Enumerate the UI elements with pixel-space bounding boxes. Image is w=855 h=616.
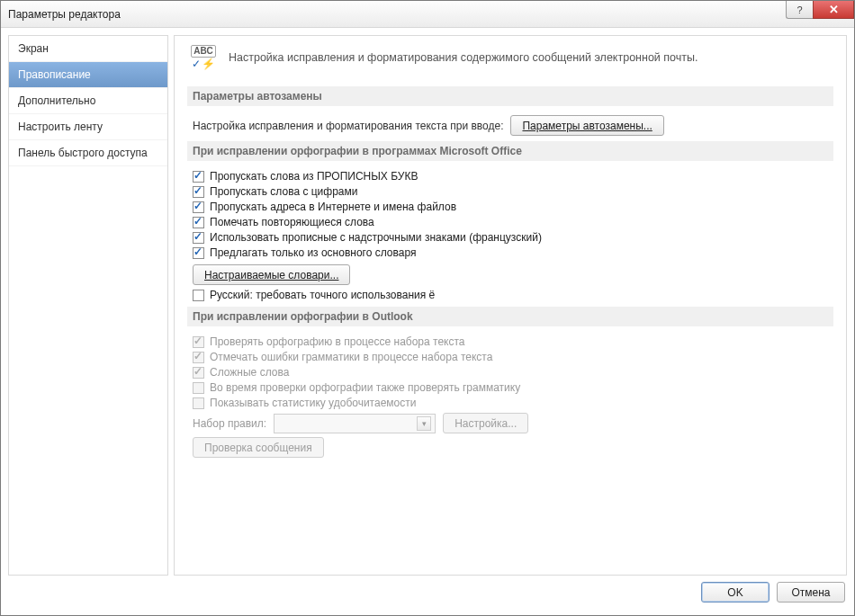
help-icon: ?	[796, 4, 802, 15]
chevron-down-icon: ▾	[417, 416, 431, 431]
close-icon: ✕	[829, 3, 839, 16]
checkbox-icon	[193, 352, 204, 363]
sidebar-item-label: Правописание	[18, 68, 91, 81]
category-sidebar: Экран Правописание Дополнительно Настрои…	[8, 35, 168, 576]
ruleset-settings-button: Настройка...	[443, 413, 528, 433]
autocorrect-row: Настройка исправления и форматирования т…	[193, 115, 833, 136]
custom-dictionaries-button[interactable]: Настраиваемые словари...	[193, 264, 350, 285]
checkbox-label: Пропускать слова из ПРОПИСНЫХ БУКВ	[210, 170, 418, 183]
sidebar-item-label: Настроить ленту	[18, 121, 103, 133]
titlebar-controls: ? ✕	[786, 1, 854, 19]
outlook-disabled-group: Проверять орфографию в процессе набора т…	[187, 335, 833, 458]
checkbox-icon	[193, 232, 204, 244]
checkbox-label: Использовать прописные с надстрочными зн…	[210, 231, 542, 244]
ruleset-label: Набор правил:	[193, 417, 266, 430]
sidebar-item-quick-access[interactable]: Панель быстрого доступа	[9, 140, 167, 166]
checkbox-icon	[193, 186, 204, 198]
checkbox-icon	[193, 336, 204, 348]
check-russian-yo[interactable]: Русский: требовать точного использования…	[193, 289, 833, 301]
checkbox-icon	[193, 290, 204, 301]
checkbox-label: Сложные слова	[210, 366, 289, 379]
check-repeated-words[interactable]: Помечать повторяющиеся слова	[193, 216, 833, 228]
dialog-body: Экран Правописание Дополнительно Настрои…	[1, 28, 854, 576]
close-button[interactable]: ✕	[813, 1, 854, 19]
check-words-with-numbers[interactable]: Пропускать слова с цифрами	[193, 185, 833, 198]
checkbox-icon	[193, 171, 204, 183]
page-header: ABC ✓ ⚡ Настройка исправления и форматир…	[187, 45, 833, 74]
sidebar-item-advanced[interactable]: Дополнительно	[9, 88, 167, 114]
recheck-row: Проверка сообщения	[193, 437, 833, 458]
content-pane: ABC ✓ ⚡ Настройка исправления и форматир…	[174, 35, 847, 576]
checkbox-label: Пропускать слова с цифрами	[210, 185, 357, 198]
recheck-message-button: Проверка сообщения	[193, 437, 324, 458]
sidebar-item-label: Экран	[18, 42, 49, 55]
checkbox-icon	[193, 367, 204, 379]
check-internet-paths[interactable]: Пропускать адреса в Интернете и имена фа…	[193, 201, 833, 213]
checkbox-icon	[193, 382, 204, 394]
check-uppercase-words[interactable]: Пропускать слова из ПРОПИСНЫХ БУКВ	[193, 170, 833, 183]
check-grammar-as-type: Отмечать ошибки грамматики в процессе на…	[193, 351, 833, 363]
checkmark-icon: ✓	[192, 58, 201, 69]
ruleset-row: Набор правил: ▾ Настройка...	[193, 413, 833, 433]
proofing-icon: ABC ✓ ⚡	[187, 45, 220, 74]
sidebar-item-screen[interactable]: Экран	[9, 36, 167, 62]
titlebar: Параметры редактора ? ✕	[1, 1, 854, 28]
checkbox-icon	[193, 217, 204, 228]
editor-options-window: Параметры редактора ? ✕ Экран Правописан…	[0, 0, 855, 616]
section-office-spell-header: При исправлении орфографии в программах …	[187, 141, 833, 161]
page-subtitle: Настройка исправления и форматирования с…	[229, 45, 698, 64]
checkbox-label: Русский: требовать точного использования…	[210, 289, 435, 301]
ruleset-select: ▾	[274, 414, 436, 433]
checkbox-icon	[193, 397, 204, 409]
section-autocorrect-header: Параметры автозамены	[187, 86, 833, 106]
check-grammar-with-spell: Во время проверки орфографии также прове…	[193, 381, 833, 394]
checkbox-label: Помечать повторяющиеся слова	[210, 216, 374, 228]
sidebar-item-proofing[interactable]: Правописание	[9, 62, 167, 88]
check-readability-stats: Показывать статистику удобочитаемости	[193, 397, 833, 409]
window-title: Параметры редактора	[8, 8, 121, 21]
checkbox-label: Отмечать ошибки грамматики в процессе на…	[210, 351, 492, 363]
check-french-accents[interactable]: Использовать прописные с надстрочными зн…	[193, 231, 833, 244]
checkbox-label: Проверять орфографию в процессе набора т…	[210, 335, 465, 348]
sidebar-item-label: Дополнительно	[18, 94, 95, 107]
checkbox-label: Во время проверки орфографии также прове…	[210, 381, 520, 394]
checkbox-label: Пропускать адреса в Интернете и имена фа…	[210, 201, 456, 213]
checkbox-icon	[193, 201, 204, 213]
check-spell-as-type: Проверять орфографию в процессе набора т…	[193, 335, 833, 348]
abc-badge: ABC	[191, 45, 216, 58]
cancel-button[interactable]: Отмена	[777, 582, 845, 603]
help-button[interactable]: ?	[786, 1, 813, 19]
dialog-footer: OK Отмена	[1, 576, 854, 615]
sidebar-item-ribbon[interactable]: Настроить ленту	[9, 114, 167, 140]
section-outlook-spell-header: При исправлении орфографии в Outlook	[187, 307, 833, 326]
check-main-dict-only[interactable]: Предлагать только из основного словаря	[193, 246, 833, 259]
checkbox-label: Предлагать только из основного словаря	[210, 246, 416, 259]
check-compound-words: Сложные слова	[193, 366, 833, 379]
autocorrect-options-button[interactable]: Параметры автозамены...	[510, 115, 663, 136]
sidebar-item-label: Панель быстрого доступа	[18, 147, 148, 159]
autocorrect-label: Настройка исправления и форматирования т…	[193, 120, 503, 132]
bolt-icon: ⚡	[202, 58, 215, 69]
custom-dict-row: Настраиваемые словари...	[193, 264, 833, 285]
checkbox-label: Показывать статистику удобочитаемости	[210, 397, 416, 409]
checkbox-icon	[193, 247, 204, 259]
ok-button[interactable]: OK	[701, 582, 770, 603]
